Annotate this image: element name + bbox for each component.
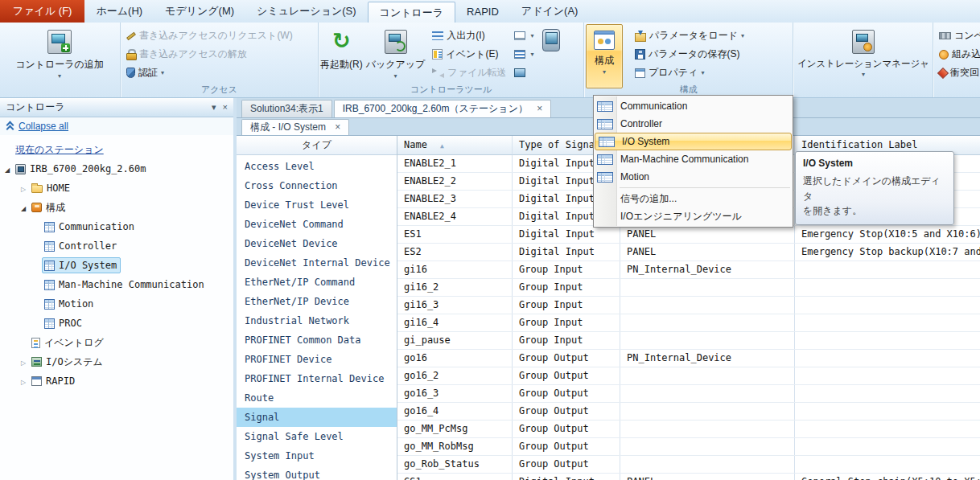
- type-list-item[interactable]: Device Trust Level: [237, 195, 397, 215]
- backup-button[interactable]: バックアップ ▾: [366, 24, 426, 88]
- table-row[interactable]: go16_3 Group Output: [397, 385, 980, 403]
- menu-item-icon: [597, 119, 613, 129]
- tree-item[interactable]: I/O System: [0, 256, 233, 275]
- expander-icon[interactable]: [18, 183, 29, 194]
- ribbon-small-button[interactable]: 衝突回 ▾: [935, 64, 980, 82]
- operator-window-button[interactable]: ▾: [512, 45, 536, 64]
- column-header-name[interactable]: Name▲: [397, 136, 513, 155]
- tree-item[interactable]: 構成: [0, 198, 233, 217]
- table-row[interactable]: gi16_3 Group Input: [397, 297, 980, 314]
- type-list-item[interactable]: System Input: [237, 446, 397, 466]
- ribbon-small-button[interactable]: イベント(E) ▾: [428, 45, 510, 64]
- type-list-item[interactable]: Signal: [237, 408, 397, 427]
- ribbon-tab[interactable]: コントローラ: [368, 2, 456, 23]
- io-window-button[interactable]: [512, 64, 536, 82]
- restart-button[interactable]: ↻ 再起動(R): [320, 24, 363, 88]
- type-list-item[interactable]: DeviceNet Command: [237, 215, 397, 234]
- tree-item[interactable]: Man-Machine Communication: [0, 275, 233, 294]
- type-list-item[interactable]: System Output: [237, 466, 397, 480]
- table-row[interactable]: go16_2 Group Output: [397, 367, 980, 385]
- editor-tab[interactable]: 構成 - I/O System ×: [241, 119, 349, 135]
- table-row[interactable]: go_MM_PcMsg Group Output: [397, 421, 980, 438]
- type-list-item[interactable]: Route: [237, 388, 397, 408]
- flexpendant-button[interactable]: [540, 31, 562, 49]
- tree-item-label: HOME: [47, 183, 70, 194]
- table-row[interactable]: go16_4 Group Output: [397, 403, 980, 421]
- type-list-item[interactable]: PROFINET Internal Device: [237, 369, 397, 388]
- expander-icon[interactable]: [18, 202, 29, 213]
- ribbon-tab[interactable]: アドイン(A): [510, 0, 590, 23]
- tree-item[interactable]: イベントログ: [0, 333, 233, 352]
- tree-item[interactable]: RAPID: [0, 371, 233, 391]
- ribbon-tab[interactable]: RAPID: [455, 0, 510, 23]
- type-list-item[interactable]: EtherNet/IP Command: [237, 273, 397, 292]
- add-controller-button[interactable]: コントローラの追加 ▾: [2, 24, 117, 88]
- document-tab[interactable]: Solution34:表示1 ×: [241, 100, 332, 117]
- window-position-icon[interactable]: ▾: [212, 102, 216, 113]
- close-icon[interactable]: ×: [335, 121, 340, 133]
- ribbon-small-button[interactable]: 入出力(I) ▾: [428, 27, 510, 45]
- ribbon-small-button[interactable]: 組み込 ▾: [935, 45, 980, 64]
- collapse-all-link[interactable]: Collapse all: [19, 121, 68, 132]
- ribbon-tab[interactable]: ファイル (F): [0, 0, 84, 23]
- menu-item[interactable]: Communication: [594, 97, 793, 115]
- menu-item[interactable]: Motion: [594, 168, 793, 186]
- configuration-button[interactable]: 構成 ▾: [586, 24, 623, 88]
- ribbon-small-button[interactable]: 書き込みアクセスのリクエスト(W) ▾: [122, 27, 316, 45]
- menu-item[interactable]: 信号の追加...: [594, 190, 793, 207]
- table-row[interactable]: gi16 Group Input PN_Internal_Device: [397, 261, 980, 279]
- type-list-item[interactable]: Signal Safe Level: [237, 427, 397, 446]
- tree-item[interactable]: Communication: [0, 217, 233, 236]
- tree-item[interactable]: HOME: [0, 178, 233, 198]
- ribbon-tab[interactable]: シミュレーション(S): [245, 0, 367, 23]
- table-row[interactable]: ES1 Digital Input PANEL Emergency Stop(X…: [397, 226, 980, 244]
- tree-item[interactable]: 現在のステーション: [0, 140, 233, 159]
- expander-icon[interactable]: [18, 375, 29, 387]
- table-row[interactable]: gi_pause Group Input: [397, 332, 980, 350]
- type-list-item[interactable]: Industrial Network: [237, 311, 397, 330]
- ribbon-small-button[interactable]: パラメータをロード ▾: [631, 27, 748, 45]
- table-row[interactable]: GS1 Digital Input PANEL General Stop cha…: [397, 474, 980, 480]
- type-list-item[interactable]: DeviceNet Device: [237, 234, 397, 253]
- ribbon-small-button[interactable]: プロパティ ▾: [631, 64, 748, 82]
- ribbon-tab[interactable]: モデリング(M): [154, 0, 245, 23]
- tree-item[interactable]: Controller: [0, 236, 233, 256]
- cell-name: ES2: [397, 244, 513, 261]
- ribbon-small-button[interactable]: パラメータの保存(S) ▾: [631, 45, 748, 64]
- table-row[interactable]: go_MM_RobMsg Group Output: [397, 438, 980, 456]
- expander-icon[interactable]: [18, 356, 29, 367]
- dropdown-icon: ▾: [58, 73, 61, 80]
- document-tab[interactable]: IRB_6700_200kg_2.60m（ステーション） ×: [334, 100, 552, 117]
- table-row[interactable]: go_Rob_Status Group Output: [397, 456, 980, 474]
- ribbon-tab[interactable]: ホーム(H): [84, 0, 154, 23]
- expander-icon[interactable]: [2, 163, 13, 174]
- ribbon-small-button[interactable]: コンペ ▾: [935, 27, 980, 45]
- online-monitor-button[interactable]: ▾: [512, 27, 536, 45]
- table-row[interactable]: gi16_4 Group Input: [397, 314, 980, 332]
- ribbon-small-button[interactable]: 書き込みアクセスの解放 ▾: [122, 45, 316, 64]
- type-list-item[interactable]: PROFINET Device: [237, 350, 397, 369]
- type-list-item[interactable]: EtherNet/IP Device: [237, 292, 397, 311]
- cell-identification-label: [795, 297, 980, 314]
- menu-item[interactable]: Controller: [594, 115, 793, 133]
- installation-manager-button[interactable]: インストレーションマネージャ ▾: [795, 24, 932, 88]
- type-list-item[interactable]: DeviceNet Internal Device: [237, 253, 397, 273]
- type-list-item[interactable]: Access Level: [237, 157, 397, 176]
- close-icon[interactable]: ×: [537, 103, 542, 114]
- type-list-item[interactable]: Cross Connection: [237, 176, 397, 195]
- ribbon-small-button[interactable]: ファイル転送 ▾: [428, 64, 510, 82]
- menu-item[interactable]: I/Oエンジニアリングツール: [594, 207, 793, 225]
- table-row[interactable]: go16 Group Output PN_Internal_Device: [397, 350, 980, 367]
- ribbon-button-label: 衝突回: [950, 66, 979, 80]
- menu-item[interactable]: Man-Machine Communication: [594, 150, 793, 168]
- tree-item[interactable]: PROC: [0, 314, 233, 333]
- type-list-item[interactable]: PROFINET Common Data: [237, 330, 397, 350]
- table-row[interactable]: ES2 Digital Input PANEL Emergency Stop b…: [397, 244, 980, 261]
- tree-item[interactable]: Motion: [0, 294, 233, 314]
- table-row[interactable]: gi16_2 Group Input: [397, 279, 980, 297]
- tree-item[interactable]: IRB_6700_200kg_2.60m: [0, 159, 233, 178]
- menu-item[interactable]: I/O System: [595, 133, 792, 150]
- ribbon-small-button[interactable]: 認証 ▾: [122, 64, 316, 82]
- tree-item[interactable]: I/Oシステム: [0, 352, 233, 371]
- close-icon[interactable]: ×: [223, 102, 228, 113]
